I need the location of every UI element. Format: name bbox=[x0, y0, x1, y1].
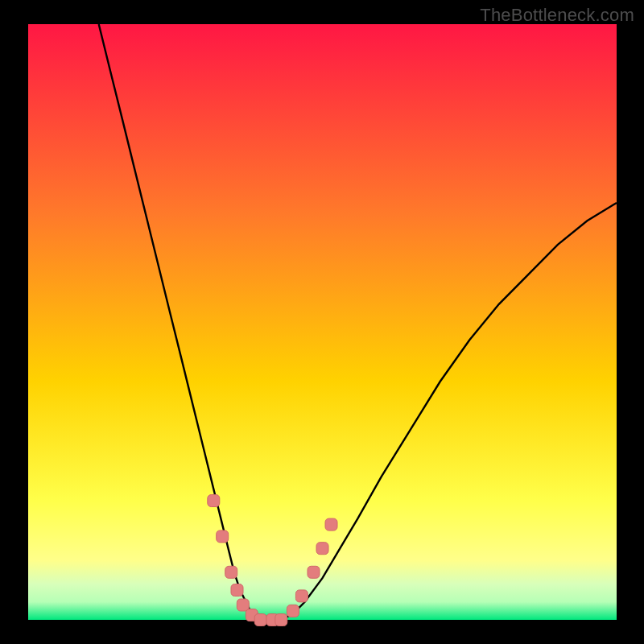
marker-point bbox=[254, 614, 266, 626]
marker-point bbox=[308, 566, 320, 578]
marker-point bbox=[295, 590, 308, 602]
marker-point bbox=[231, 584, 243, 597]
marker-point bbox=[287, 605, 299, 617]
plot-background bbox=[28, 24, 617, 620]
marker-point bbox=[237, 599, 249, 611]
marker-point bbox=[225, 566, 237, 578]
marker-point bbox=[316, 543, 328, 555]
marker-point bbox=[325, 518, 337, 530]
bottleneck-chart bbox=[0, 0, 644, 644]
marker-point bbox=[275, 614, 287, 626]
marker-point bbox=[217, 530, 229, 543]
marker-point bbox=[208, 495, 220, 507]
chart-container: TheBottleneck.com bbox=[0, 0, 644, 644]
